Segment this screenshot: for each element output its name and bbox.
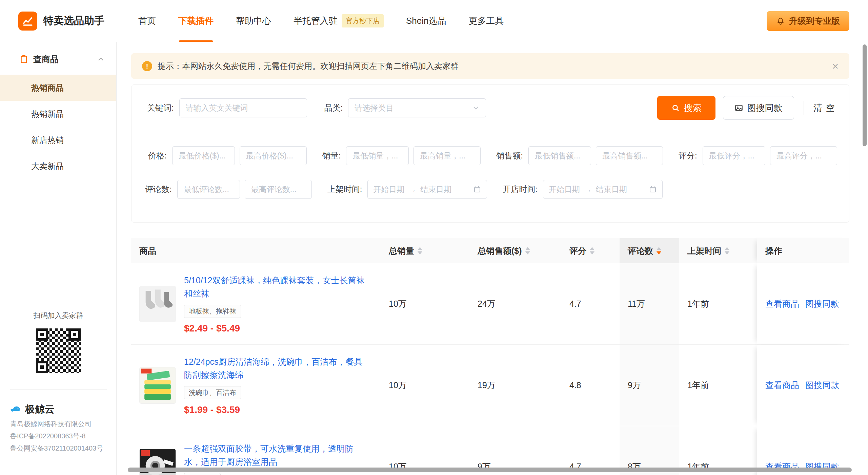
sort-icon[interactable] [418,247,422,254]
main-nav: 首页 下载插件 帮助中心 半托管入驻 官方秒下店 Shein选品 更多工具 [138,0,504,42]
product-image[interactable] [139,286,176,322]
shop-date-range-picker[interactable]: 开始日期 → 结束日期 [543,180,663,199]
sidebar-menu: 热销商品 热销新品 新店热销 大卖新品 [0,75,116,179]
category-select[interactable]: 请选择类目 [348,98,486,117]
column-header-action: 操作 [757,238,849,263]
product-title-link[interactable]: 12/24pcs厨房清洁海绵，洗碗巾，百洁布，餐具防刮擦擦洗海绵 [184,355,369,382]
footer-brand-name: 极鲸云 [25,403,55,416]
sort-icon-active[interactable] [657,247,661,254]
product-tag: 管道胶带 [184,473,221,475]
close-icon[interactable]: × [832,61,839,72]
clear-button[interactable]: 清 空 [813,102,835,114]
reviews-min-input[interactable] [177,180,240,199]
calendar-icon [649,185,657,193]
sort-icon[interactable] [525,247,530,254]
total-sales-value: 10万 [381,380,469,391]
column-header-product: 商品 [131,245,381,256]
sales-label: 销量: [322,150,341,161]
product-tag: 洗碗巾、百洁布 [184,386,241,399]
view-product-link[interactable]: 查看商品 [765,380,799,391]
keyword-input[interactable] [179,98,307,117]
column-header-reviews[interactable]: 评论数 [620,238,679,263]
notice-banner: 提示：本网站永久免费使用，无需任何费用。欢迎扫描网页左下角二维码加入卖家群 × [131,53,849,79]
whale-logo-icon [10,404,21,415]
revenue-min-input[interactable] [528,146,591,165]
sidebar-group-search-products[interactable]: 查商品 [0,52,116,66]
brand-logo-icon [18,12,37,31]
table-row: 5/10/12双舒适踝袜，纯色踝袜套装，女士长筒袜和丝袜 地板袜、拖鞋袜 $2.… [131,263,849,345]
column-header-total-sales[interactable]: 总销量 [381,245,469,256]
sidebar-item-hot-new-products[interactable]: 热销新品 [0,101,116,127]
nav-item-download-plugin[interactable]: 下载插件 [178,0,214,42]
image-search-button[interactable]: 图搜同款 [723,96,794,120]
start-date-placeholder: 开始日期 [549,184,580,195]
sidebar-item-bestseller-new[interactable]: 大卖新品 [0,153,116,179]
button-divider [804,101,804,115]
vertical-scrollbar[interactable] [863,44,867,146]
rating-min-input[interactable] [703,146,765,165]
nav-item-more-tools[interactable]: 更多工具 [469,0,504,42]
sidebar-item-new-store-hot[interactable]: 新店热销 [0,127,116,153]
top-header: 特卖选品助手 首页 下载插件 帮助中心 半托管入驻 官方秒下店 Shein选品 … [0,0,868,42]
product-title-link[interactable]: 一条超强双面胶带，可水洗重复使用，透明防水，适用于厨房浴室用品 [184,442,369,469]
column-header-rating[interactable]: 评分 [561,245,620,256]
qr-section: 扫码加入卖家群 [0,311,117,373]
product-tag: 地板袜、拖鞋袜 [184,305,241,318]
price-label: 价格: [148,150,167,161]
image-search-link[interactable]: 图搜同款 [805,380,839,391]
product-image[interactable] [139,367,176,404]
nav-item-help-center[interactable]: 帮助中心 [236,0,271,42]
sales-max-input[interactable] [413,146,481,165]
sort-icon[interactable] [590,247,594,254]
search-icon [671,103,680,112]
keyword-label: 关键词: [147,102,174,113]
arrow-right-icon: → [408,185,416,194]
price-min-input[interactable] [172,146,235,165]
sidebar-item-hot-products[interactable]: 热销商品 [0,75,116,101]
product-title-link[interactable]: 5/10/12双舒适踝袜，纯色踝袜套装，女士长筒袜和丝袜 [184,274,369,300]
nav-item-semi-managed[interactable]: 半托管入驻 官方秒下店 [294,0,384,42]
action-cell: 查看商品 图搜同款 [757,345,849,426]
image-search-link[interactable]: 图搜同款 [805,298,839,309]
listed-time-value: 1年前 [679,380,748,391]
column-header-total-revenue[interactable]: 总销售额($) [469,245,561,256]
police-license[interactable]: 鲁公网安备37021102001403号 [10,444,107,453]
sales-min-input[interactable] [346,146,409,165]
revenue-filter: 销售额: [496,146,663,165]
sidebar-item-label: 大卖新品 [31,161,64,172]
nav-label: 帮助中心 [236,15,271,27]
price-max-input[interactable] [240,146,307,165]
category-label: 品类: [324,102,343,113]
brand-name: 特卖选品助手 [43,14,104,28]
nav-label: 下载插件 [178,15,214,27]
table-header-row: 商品 总销量 总销售额($) 评分 评论数 [131,238,849,263]
qr-caption: 扫码加入卖家群 [0,311,117,320]
view-product-link[interactable]: 查看商品 [765,298,799,309]
nav-label: 更多工具 [469,15,504,27]
chevron-up-icon [97,55,105,63]
sidebar: 查商品 热销商品 热销新品 新店热销 大卖新品 扫码加入卖家群 [0,42,117,475]
nav-item-home[interactable]: 首页 [138,0,156,42]
listing-date-range-picker[interactable]: 开始日期 → 结束日期 [367,180,487,199]
search-button[interactable]: 搜索 [657,96,715,120]
calendar-icon [473,185,481,193]
nav-item-shein-selection[interactable]: Shein选品 [406,0,446,42]
price-filter: 价格: [148,146,307,165]
icp-license[interactable]: 鲁ICP备2022008363号-8 [10,432,107,441]
upgrade-pro-button[interactable]: 升级到专业版 [767,11,849,31]
main-content: 提示：本网站永久免费使用，无需任何费用。欢迎扫描网页左下角二维码加入卖家群 × … [131,42,849,475]
horizontal-scrollbar[interactable] [128,468,852,472]
sidebar-footer: 极鲸云 青岛极鲸网络科技有限公司 鲁ICP备2022008363号-8 鲁公网安… [10,390,107,453]
end-date-placeholder: 结束日期 [420,184,451,195]
column-header-listed-time[interactable]: 上架时间 [679,245,748,256]
total-sales-value: 10万 [381,298,469,309]
revenue-max-input[interactable] [596,146,663,165]
rating-max-input[interactable] [770,146,837,165]
sort-icon[interactable] [725,247,729,254]
brand[interactable]: 特卖选品助手 [18,12,104,31]
end-date-placeholder: 结束日期 [596,184,627,195]
filter-panel: 关键词: 品类: 请选择类目 搜索 [131,84,849,223]
reviews-max-input[interactable] [245,180,312,199]
company-name: 青岛极鲸网络科技有限公司 [10,419,107,429]
sidebar-group-label: 查商品 [33,54,59,65]
